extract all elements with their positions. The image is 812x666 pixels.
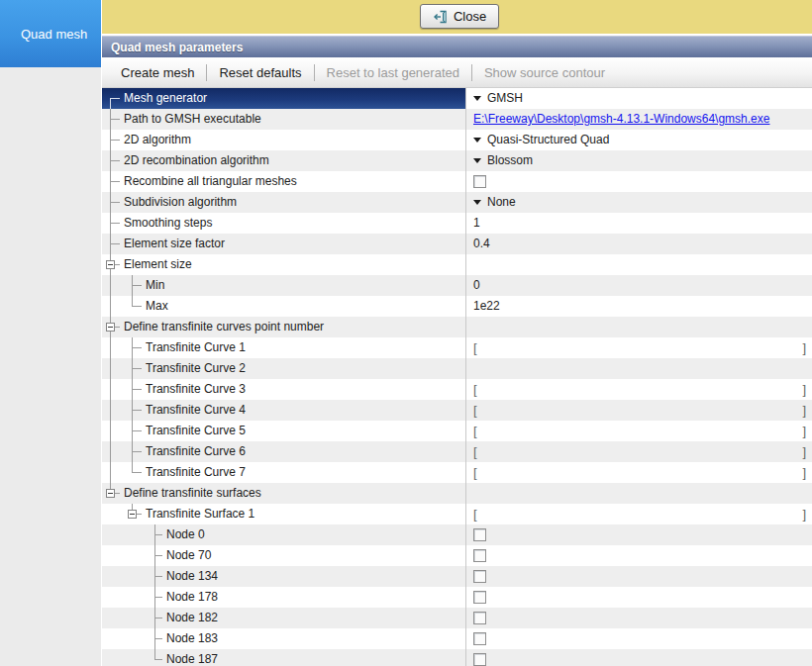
tree-collapse-icon[interactable]	[106, 323, 115, 332]
grid-row-2d-recombination-algorithm[interactable]: 2D recombination algorithmBlossom	[102, 150, 812, 171]
row-value-cell[interactable]: []	[466, 379, 812, 400]
row-value-cell[interactable]: []	[466, 421, 812, 441]
row-label-cell[interactable]: Transfinite Curve 5	[102, 421, 465, 441]
checkbox-unchecked[interactable]	[473, 528, 486, 541]
grid-row-node-70[interactable]: Node 70	[102, 545, 812, 566]
grid-row-define-transfinite-surfaces[interactable]: Define transfinite surfaces	[102, 483, 812, 504]
grid-row-node-178[interactable]: Node 178	[102, 587, 812, 608]
executable-path-link[interactable]: E:\Freeway\Desktop\gmsh-4.13.1-Windows64…	[473, 109, 769, 130]
row-label-cell[interactable]: Subdivision algorithm	[102, 192, 465, 213]
checkbox-unchecked[interactable]	[473, 632, 486, 645]
row-value-cell[interactable]	[466, 317, 812, 337]
value-text[interactable]: 1e22	[473, 296, 500, 317]
row-value-cell[interactable]: E:\Freeway\Desktop\gmsh-4.13.1-Windows64…	[466, 109, 812, 130]
row-label-cell[interactable]: Define transfinite curves point number	[102, 317, 465, 337]
grid-row-min[interactable]: Min0	[102, 275, 812, 296]
row-label-cell[interactable]: Element size factor	[102, 234, 465, 254]
grid-row-max[interactable]: Max1e22	[102, 296, 812, 317]
row-label-cell[interactable]: Node 0	[102, 524, 465, 545]
grid-row-define-transfinite-curves-point-number[interactable]: Define transfinite curves point number	[102, 317, 812, 337]
value-text[interactable]: 1	[473, 213, 480, 234]
checkbox-unchecked[interactable]	[473, 653, 486, 666]
row-label-cell[interactable]: Define transfinite surfaces	[102, 483, 465, 504]
row-value-cell[interactable]: GMSH	[466, 88, 812, 109]
row-value-cell[interactable]	[466, 171, 812, 192]
checkbox-unchecked[interactable]	[473, 570, 486, 583]
row-label-cell[interactable]: Transfinite Surface 1	[102, 504, 465, 524]
row-value-cell[interactable]: []	[466, 400, 812, 421]
row-label-cell[interactable]: Node 70	[102, 545, 465, 566]
row-label-cell[interactable]: 2D recombination algorithm	[102, 150, 465, 171]
tree-collapse-icon[interactable]	[128, 510, 137, 519]
value-text[interactable]: 0	[473, 275, 480, 296]
row-value-cell[interactable]: []	[466, 441, 812, 462]
grid-row-transfinite-curve-4[interactable]: Transfinite Curve 4[]	[102, 400, 812, 421]
dropdown-value[interactable]: Blossom	[473, 150, 533, 171]
row-value-cell[interactable]: 0	[466, 275, 812, 296]
row-label-cell[interactable]: Transfinite Curve 1	[102, 337, 465, 358]
grid-row-2d-algorithm[interactable]: 2D algorithmQuasi-Structured Quad	[102, 130, 812, 150]
row-value-cell[interactable]	[466, 608, 812, 628]
checkbox-unchecked[interactable]	[473, 612, 486, 624]
grid-row-node-182[interactable]: Node 182	[102, 608, 812, 628]
toolbar-button-reset-defaults[interactable]: Reset defaults	[209, 61, 311, 84]
grid-row-transfinite-curve-3[interactable]: Transfinite Curve 3[]	[102, 379, 812, 400]
grid-row-subdivision-algorithm[interactable]: Subdivision algorithmNone	[102, 192, 812, 213]
grid-row-element-size[interactable]: Element size	[102, 254, 812, 275]
grid-row-element-size-factor[interactable]: Element size factor0.4	[102, 234, 812, 254]
row-value-cell[interactable]: 0.4	[466, 234, 812, 254]
row-value-cell[interactable]: []	[466, 462, 812, 483]
row-value-cell[interactable]	[466, 524, 812, 545]
column-divider[interactable]	[465, 88, 466, 666]
grid-row-transfinite-curve-6[interactable]: Transfinite Curve 6[]	[102, 441, 812, 462]
row-label-cell[interactable]: Smoothing steps	[102, 213, 465, 234]
row-value-cell[interactable]	[466, 628, 812, 649]
row-value-cell[interactable]	[466, 358, 812, 379]
dropdown-value[interactable]: Quasi-Structured Quad	[473, 130, 609, 150]
row-label-cell[interactable]: 2D algorithm	[102, 130, 465, 150]
row-value-cell[interactable]	[466, 483, 812, 504]
sidebar-tab-quad-mesh[interactable]: Quad mesh	[0, 0, 101, 67]
checkbox-unchecked[interactable]	[473, 549, 486, 562]
row-value-cell[interactable]: []	[466, 337, 812, 358]
row-value-cell[interactable]	[466, 254, 812, 275]
value-text[interactable]: 0.4	[473, 234, 490, 254]
row-value-cell[interactable]	[466, 566, 812, 587]
row-label-cell[interactable]: Transfinite Curve 4	[102, 400, 465, 421]
row-label-cell[interactable]: Transfinite Curve 2	[102, 358, 465, 379]
row-label-cell[interactable]: Node 134	[102, 566, 465, 587]
row-label-cell[interactable]: Min	[102, 275, 465, 296]
row-label-cell[interactable]: Node 187	[102, 649, 465, 666]
row-label-cell[interactable]: Max	[102, 296, 465, 317]
tree-collapse-icon[interactable]	[106, 489, 115, 498]
toolbar-button-create-mesh[interactable]: Create mesh	[111, 61, 204, 84]
row-value-cell[interactable]	[466, 587, 812, 608]
grid-row-smoothing-steps[interactable]: Smoothing steps1	[102, 213, 812, 234]
row-label-cell[interactable]: Transfinite Curve 7	[102, 462, 465, 483]
grid-row-node-134[interactable]: Node 134	[102, 566, 812, 587]
grid-row-transfinite-curve-2[interactable]: Transfinite Curve 2	[102, 358, 812, 379]
dropdown-value[interactable]: None	[473, 192, 516, 213]
row-label-cell[interactable]: Path to GMSH executable	[102, 109, 465, 130]
row-label-cell[interactable]: Node 183	[102, 628, 465, 649]
row-value-cell[interactable]: Blossom	[466, 150, 812, 171]
dropdown-value[interactable]: GMSH	[473, 88, 523, 109]
checkbox-unchecked[interactable]	[473, 175, 486, 188]
grid-row-transfinite-surface-1[interactable]: Transfinite Surface 1[]	[102, 504, 812, 524]
grid-row-path-to-gmsh-executable[interactable]: Path to GMSH executableE:\Freeway\Deskto…	[102, 109, 812, 130]
checkbox-unchecked[interactable]	[473, 591, 486, 604]
row-value-cell[interactable]: None	[466, 192, 812, 213]
row-label-cell[interactable]: Transfinite Curve 6	[102, 441, 465, 462]
grid-row-transfinite-curve-1[interactable]: Transfinite Curve 1[]	[102, 337, 812, 358]
row-label-cell[interactable]: Node 178	[102, 587, 465, 608]
row-value-cell[interactable]: 1	[466, 213, 812, 234]
grid-row-recombine-all-triangular-meshes[interactable]: Recombine all triangular meshes	[102, 171, 812, 192]
row-label-cell[interactable]: Recombine all triangular meshes	[102, 171, 465, 192]
row-value-cell[interactable]: []	[466, 504, 812, 524]
row-label-cell[interactable]: Mesh generator	[102, 88, 465, 109]
close-button[interactable]: Close	[420, 4, 499, 29]
grid-row-transfinite-curve-5[interactable]: Transfinite Curve 5[]	[102, 421, 812, 441]
row-label-cell[interactable]: Node 182	[102, 608, 465, 628]
grid-row-mesh-generator[interactable]: Mesh generatorGMSH	[102, 88, 812, 109]
row-value-cell[interactable]: 1e22	[466, 296, 812, 317]
